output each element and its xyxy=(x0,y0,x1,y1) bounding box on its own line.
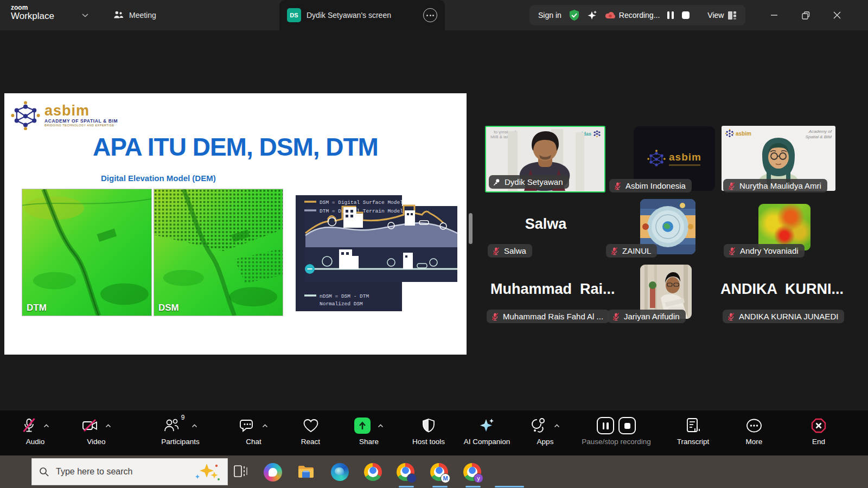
dsm-terrain-image: DSM xyxy=(154,189,283,316)
mic-muted-icon xyxy=(492,247,500,255)
share-button[interactable]: Share xyxy=(344,416,393,446)
chevron-up-icon[interactable] xyxy=(43,424,49,428)
display-name-salwa[interactable]: Salwa xyxy=(488,216,603,233)
mic-muted-icon xyxy=(22,418,36,434)
stop-recording-icon xyxy=(618,417,636,434)
dsm-dtm-diagram: DSM = Digital Surface Model DTM = Digita… xyxy=(289,195,458,312)
screen-share-badge: DS xyxy=(287,8,301,22)
share-icon xyxy=(354,418,371,434)
end-button[interactable]: End xyxy=(795,416,843,446)
titlebar: zoom Workplace Meeting DS Dydik Setyawan… xyxy=(0,0,868,30)
copilot-sparkle-icon xyxy=(193,463,221,481)
transcript-icon xyxy=(686,418,701,434)
task-view-button[interactable] xyxy=(233,463,250,480)
display-name-muhammad[interactable]: Muhammad Rai... xyxy=(486,281,605,298)
host-tools-button[interactable]: Host tools xyxy=(401,416,456,446)
legend-ndsm: nDSM = DSM - DTM xyxy=(320,293,369,299)
chat-button[interactable]: Chat xyxy=(228,416,279,446)
window-minimize-button[interactable] xyxy=(766,8,782,23)
shared-screen-slide: asbim ACADEMY OF SPATIAL & BIM BRIDGING … xyxy=(4,93,467,355)
chrome-icon-1[interactable] xyxy=(364,463,382,481)
pin-icon xyxy=(493,178,501,186)
shield-icon xyxy=(422,418,436,433)
ai-sparkle-icon[interactable] xyxy=(587,10,598,21)
nametag-jariyan: Jariyan Arifudin xyxy=(608,310,686,323)
zoom-workplace-logo: zoom Workplace xyxy=(11,4,54,21)
asbim-network-icon xyxy=(725,129,734,138)
recording-status-label: Recording... xyxy=(619,11,660,20)
taskbar-search[interactable]: Type here to search xyxy=(31,458,228,485)
camera-muted-icon xyxy=(82,419,98,433)
meeting-toolbar: Audio Video 9 Participants Chat React xyxy=(0,410,868,455)
display-name-andika[interactable]: ANDIKA KURNI... xyxy=(720,281,840,298)
participants-button[interactable]: 9 Participants xyxy=(146,416,214,446)
people-icon xyxy=(113,10,124,20)
mic-muted-icon xyxy=(727,182,736,190)
mic-muted-icon xyxy=(727,312,735,321)
svg-text:DSM = Digital Surface Model: DSM = Digital Surface Model xyxy=(320,200,403,206)
chevron-up-icon[interactable] xyxy=(554,424,560,428)
pause-recording-button[interactable] xyxy=(667,11,674,20)
nametag-asbim-indonesia: Asbim Indonesia xyxy=(609,179,692,192)
dtm-terrain-image: DTM xyxy=(22,189,152,316)
panel-resize-handle[interactable] xyxy=(469,213,473,244)
ai-companion-button[interactable]: AI Companion xyxy=(458,416,515,446)
chrome-icon-4[interactable]: y xyxy=(463,463,481,481)
chevron-down-icon[interactable] xyxy=(81,13,89,17)
react-button[interactable]: React xyxy=(285,416,336,446)
chevron-up-icon[interactable] xyxy=(192,424,197,428)
titlebar-pill: Sign in Recording... View xyxy=(529,5,745,25)
tab-meeting[interactable]: Meeting xyxy=(113,0,156,30)
video-button[interactable]: Video xyxy=(71,416,122,446)
nametag-dydik: Dydik Setyawan xyxy=(489,175,569,189)
asbim-logo-tagline: BRIDGING TECHNOLOGY AND EXPERTISE xyxy=(44,124,118,127)
tab-shared-screen-label: Dydik Setyawan's screen xyxy=(307,11,391,20)
edge-browser-icon[interactable] xyxy=(331,463,349,481)
copilot-app-icon[interactable] xyxy=(264,463,282,481)
more-ellipsis-icon xyxy=(746,418,762,434)
nametag-andika: ANDIKA KURNIA JUNAEDI xyxy=(723,310,844,323)
tab-options-ellipsis-icon[interactable] xyxy=(423,8,437,22)
window-restore-button[interactable] xyxy=(797,8,814,23)
participants-icon xyxy=(163,418,180,433)
view-button[interactable]: View xyxy=(707,11,737,20)
window-close-button[interactable] xyxy=(829,8,845,23)
pause-stop-recording-buttons[interactable]: Pause/stop recording xyxy=(575,416,658,446)
recording-cloud-icon xyxy=(605,11,616,19)
view-label: View xyxy=(707,11,724,20)
chevron-up-icon[interactable] xyxy=(105,424,111,428)
dsm-label: DSM xyxy=(158,303,179,313)
view-layout-icon xyxy=(727,11,737,20)
tab-shared-screen[interactable]: DS Dydik Setyawan's screen xyxy=(279,0,445,30)
pause-recording-icon xyxy=(597,417,614,434)
brand-workplace: Workplace xyxy=(11,11,54,21)
chrome-icon-2[interactable] xyxy=(397,463,414,481)
sign-in-button[interactable]: Sign in xyxy=(538,11,561,20)
video-tile-dydik[interactable]: Academy of Spatial & BIM midas Dydik Set… xyxy=(485,126,605,192)
search-icon xyxy=(39,466,49,477)
legend-ndsm-sub: Normalized DSM xyxy=(320,301,363,307)
transcript-button[interactable]: Transcript xyxy=(665,416,722,446)
chevron-up-icon[interactable] xyxy=(262,424,268,428)
mic-muted-icon xyxy=(612,312,620,321)
asbim-logo: asbim ACADEMY OF SPATIAL & BIM BRIDGING … xyxy=(11,101,118,130)
search-placeholder: Type here to search xyxy=(56,467,132,477)
ai-companion-sparkle-icon xyxy=(479,418,495,434)
chevron-up-icon[interactable] xyxy=(378,424,384,428)
audio-button[interactable]: Audio xyxy=(11,416,60,446)
more-button[interactable]: More xyxy=(730,416,778,446)
brand-zoom: zoom xyxy=(11,4,54,11)
participants-count: 9 xyxy=(181,414,185,421)
security-shield-icon[interactable] xyxy=(569,9,580,21)
chrome-icon-3[interactable]: M xyxy=(430,463,448,481)
stop-recording-button[interactable] xyxy=(681,11,690,20)
windows-taskbar: Type here to search M y zoom 30°C xyxy=(0,455,868,488)
apps-button[interactable]: Apps xyxy=(521,416,570,446)
mic-muted-icon xyxy=(610,247,618,255)
asbim-logo-subtitle: ACADEMY OF SPATIAL & BIM xyxy=(44,118,118,124)
nametag-muhammad: Muhammad Rais Fahd Al ... xyxy=(487,310,609,323)
file-explorer-icon[interactable] xyxy=(297,463,315,480)
asbim-network-icon xyxy=(647,150,666,168)
chat-icon xyxy=(240,418,255,433)
dtm-label: DTM xyxy=(27,303,47,313)
